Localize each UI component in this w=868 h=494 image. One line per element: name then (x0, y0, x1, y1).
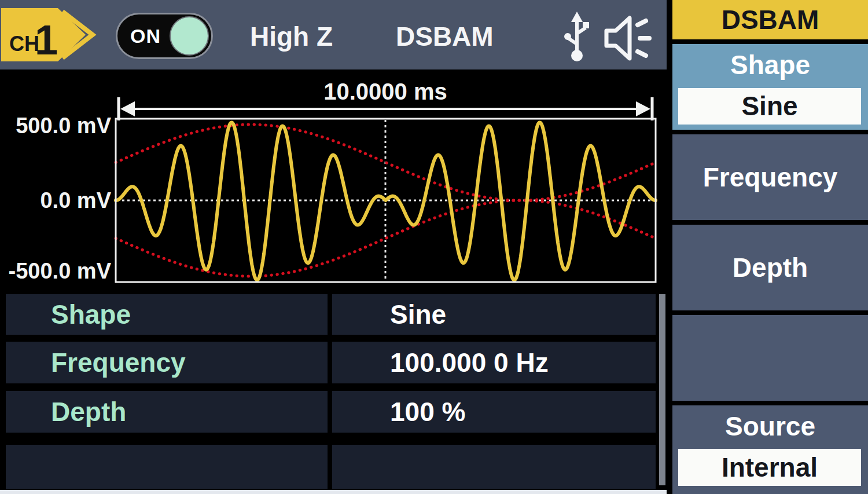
channel-badge[interactable]: CH 1 (1, 5, 117, 65)
mode-label: DSBAM (396, 21, 494, 52)
usb-icon (563, 12, 591, 63)
menu-item-depth[interactable]: Depth (672, 225, 868, 310)
menu-item-source[interactable]: Source Internal (672, 405, 868, 494)
param-value-depth: 100 % (332, 391, 656, 433)
toggle-on-label: ON (130, 14, 161, 57)
toggle-knob[interactable] (170, 16, 209, 56)
menu-item-source-label: Source (672, 405, 868, 442)
v-label-top: 500.0 mV (16, 114, 111, 138)
param-label-depth: Depth (6, 391, 328, 433)
menu-item-blank[interactable] (672, 315, 868, 401)
scrollbar-thumb[interactable] (659, 294, 665, 485)
param-value-frequency: 100.000 0 Hz (332, 342, 656, 383)
v-label-mid: 0.0 mV (40, 188, 111, 213)
menu-item-shape-label: Shape (672, 44, 868, 81)
time-span-label: 10.0000 ms (323, 79, 447, 104)
param-label-empty (6, 445, 328, 489)
speaker-icon (602, 16, 652, 62)
output-toggle[interactable]: ON (116, 13, 213, 59)
menu-item-shape-value[interactable]: Sine (678, 88, 861, 125)
param-label-shape: Shape (6, 294, 328, 335)
menu-title: DSBAM (672, 0, 868, 39)
v-label-bottom: -500.0 mV (9, 259, 112, 283)
channel-number: 1 (35, 17, 58, 63)
param-value-shape: Sine (332, 294, 656, 335)
top-status-bar: CH 1 ON High Z DSBAM (0, 0, 667, 69)
impedance-label: High Z (250, 21, 333, 52)
param-label-frequency: Frequency (6, 342, 328, 383)
menu-item-shape[interactable]: Shape Sine (672, 44, 868, 130)
waveform-display: 10.0000 ms 500.0 mV 0.0 mV -500.0 mV (0, 69, 667, 290)
param-value-empty (332, 445, 656, 489)
menu-item-source-value[interactable]: Internal (678, 449, 861, 486)
softkey-menu: DSBAM Shape Sine Frequency Depth Source … (667, 0, 868, 494)
menu-item-frequency[interactable]: Frequency (672, 134, 868, 220)
